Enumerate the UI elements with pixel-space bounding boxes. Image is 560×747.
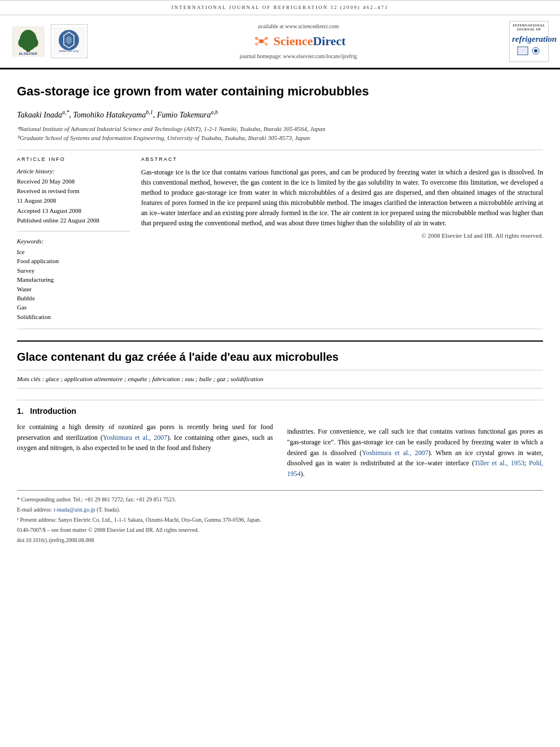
available-text: available at www.sciencedirect.com: [258, 23, 339, 30]
email-name: (T. Inada).: [97, 506, 120, 513]
iifiir-icon: www.iifiir.org: [54, 28, 85, 55]
body-right-column: industries. For convenience, we call suc…: [287, 406, 544, 479]
iifiir-logo: www.iifiir.org: [51, 24, 88, 58]
french-keywords: Mots clés : glace ; application alimenta…: [17, 370, 543, 388]
keyword-water: Water: [17, 285, 130, 294]
article-info-column: ARTICLE INFO Article history: Received 2…: [17, 156, 130, 322]
ref-yoshimura-2007-left[interactable]: Yoshimura et al., 2007: [103, 434, 167, 442]
right-logo-main: refrigeration: [512, 33, 546, 45]
affiliation-a: ᵃNational Institute of Advanced Industri…: [17, 124, 543, 134]
article-info-abstract: ARTICLE INFO Article history: Received 2…: [17, 156, 543, 322]
keyword-survey: Survey: [17, 267, 130, 275]
svg-point-13: [265, 43, 268, 46]
svg-text:ELSEVIER: ELSEVIER: [19, 52, 38, 55]
article-title: Gas-storage ice grown from water contain…: [17, 84, 543, 100]
divider-2: [17, 329, 543, 329]
svg-rect-19: [519, 48, 527, 54]
section-title-text: Introduction: [30, 407, 76, 416]
published-date: Published online 22 August 2008: [17, 216, 130, 225]
email-label: E-mail address:: [17, 506, 52, 513]
email-link[interactable]: t-inada@aist.go.jp: [54, 506, 95, 513]
svg-point-21: [534, 49, 537, 53]
body-left-column: 1. Introduction Ice containing a high de…: [17, 406, 273, 479]
sciencedirect-logo: ScienceDirect: [251, 33, 346, 50]
history-label: Article history:: [17, 167, 130, 176]
article-info-label: ARTICLE INFO: [17, 156, 130, 163]
ref-yoshimura-2007-right[interactable]: Yoshimura et al., 2007: [362, 449, 428, 457]
svg-line-16: [257, 42, 260, 43]
corresponding-text: * Corresponding author. Tel.: +81 29 861…: [17, 496, 176, 503]
body-text-left: Ice containing a high density of ozonize…: [17, 422, 273, 453]
abstract-column: ABSTRACT Gas-storage ice is the ice that…: [141, 156, 543, 322]
keywords-label: Keywords:: [17, 237, 130, 246]
sciencedirect-text: ScienceDirect: [274, 33, 346, 50]
received-revised-label: Received in revised form: [17, 187, 130, 195]
body-text-right: industries. For convenience, we call suc…: [287, 426, 544, 479]
keyword-food: Food application: [17, 257, 130, 265]
footnote-1: ¹ Present address: Sanyo Electric Co. Lt…: [17, 516, 543, 524]
svg-line-17: [262, 42, 265, 43]
author-1: Takaaki Inadaa,*,: [17, 111, 73, 119]
affiliations: ᵃNational Institute of Advanced Industri…: [17, 124, 543, 143]
keyword-solidification: Solidification: [17, 313, 130, 321]
keyword-gas: Gas: [17, 303, 130, 312]
svg-point-3: [18, 38, 26, 47]
section-1-heading: 1. Introduction: [17, 406, 273, 417]
keyword-bubble: Bubble: [17, 294, 130, 303]
logo-left: ELSEVIER www.iifiir.org: [11, 24, 88, 58]
ref-tiller-1953[interactable]: Tiller et al., 1953: [474, 459, 524, 467]
refrigeration-icon: [517, 45, 542, 56]
main-content: Gas-storage ice grown from water contain…: [0, 69, 560, 557]
journal-title-header: INTERNATIONAL JOURNAL OF REFRIGERATION 3…: [172, 5, 388, 10]
abstract-label: ABSTRACT: [141, 156, 543, 163]
elsevier-tree-icon: ELSEVIER: [11, 26, 45, 57]
keyword-manufacturing: Manufacturing: [17, 276, 130, 284]
received-date: Received 20 May 2008: [17, 177, 130, 186]
affiliation-b: ᵇGraduate School of Systems and Informat…: [17, 133, 543, 143]
received-revised-date: 11 August 2008: [17, 196, 130, 205]
section-number-text: 1.: [17, 407, 24, 416]
right-logo-title: INTERNATIONAL JOURNAL OF: [512, 24, 546, 33]
footnote-doi: doi:10.1016/j.ijrefrig.2008.08.008: [17, 536, 543, 544]
copyright-line: © 2008 Elsevier Ltd and IIR. All rights …: [141, 231, 543, 240]
footnotes: * Corresponding author. Tel.: +81 29 861…: [17, 490, 543, 544]
abstract-text: Gas-storage ice is the ice that contains…: [141, 167, 543, 228]
divider-keywords: [17, 231, 130, 231]
french-title: Glace contenant du gaz créée á l'aide d'…: [17, 350, 543, 364]
author-2: Tomohiko Hatakeyamab,1,: [73, 111, 156, 119]
journal-homepage: journal homepage: www.elsevier.com/locat…: [239, 53, 357, 60]
divider-1: [17, 150, 543, 150]
refrigeration-logo: INTERNATIONAL JOURNAL OF refrigeration: [509, 21, 549, 63]
footnote-email: E-mail address: t-inada@aist.go.jp (T. I…: [17, 505, 543, 514]
svg-point-12: [255, 43, 257, 46]
elsevier-logo: ELSEVIER: [11, 26, 45, 57]
page-wrapper: INTERNATIONAL JOURNAL OF REFRIGERATION 3…: [0, 0, 560, 557]
abstract-paragraph: Gas-storage ice is the ice that contains…: [141, 167, 543, 228]
svg-line-14: [257, 40, 260, 41]
svg-point-11: [265, 37, 268, 40]
logo-banner: ELSEVIER www.iifiir.org available a: [0, 15, 560, 70]
footnote-corresponding: * Corresponding author. Tel.: +81 29 861…: [17, 495, 543, 504]
keyword-ice: Ice: [17, 248, 130, 256]
sd-icon: [251, 33, 272, 49]
svg-point-4: [30, 38, 38, 47]
svg-text:www.iifiir.org: www.iifiir.org: [59, 49, 79, 53]
center-logos: available at www.sciencedirect.com Scien…: [99, 23, 498, 60]
footnote-license: 0140-7007/$ – see front matter © 2008 El…: [17, 526, 543, 534]
svg-point-9: [259, 40, 263, 43]
authors: Takaaki Inadaa,*, Tomohiko Hatakeyamab,1…: [17, 108, 543, 121]
french-section: Glace contenant du gaz créée á l'aide d'…: [17, 340, 543, 388]
article-history: Article history: Received 20 May 2008 Re…: [17, 167, 130, 225]
journal-header-bar: INTERNATIONAL JOURNAL OF REFRIGERATION 3…: [0, 0, 560, 15]
author-3: Fumio Takemuraa,b: [157, 111, 218, 119]
accepted-date: Accepted 13 August 2008: [17, 207, 130, 215]
body-section: 1. Introduction Ice containing a high de…: [17, 400, 543, 479]
svg-point-10: [255, 37, 257, 40]
svg-line-15: [262, 40, 265, 41]
